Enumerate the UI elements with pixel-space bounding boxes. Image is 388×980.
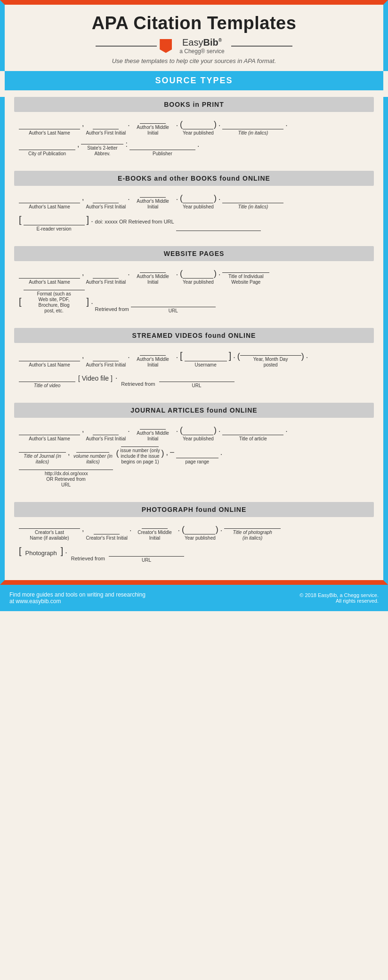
photo-line2: [ Photograph ] . Retrieved from URL (19, 546, 369, 563)
web-year: Year published (183, 278, 214, 285)
photo-middle-line (142, 528, 168, 529)
web-last-line (19, 278, 80, 279)
ebook-ereader: E-reader version (24, 225, 85, 232)
photo-middle-label: Creator's Middle Initial (134, 530, 176, 541)
ebook-bracket-close: ] (87, 215, 89, 232)
web-middle-line (140, 272, 166, 273)
jour-article-title-line (222, 435, 283, 435)
year-line (183, 129, 213, 129)
web-format-line (24, 290, 85, 290)
photo-title: Title of photograph (in italics) (224, 528, 281, 541)
ebook-last-line (19, 203, 80, 203)
jour-period1: . (128, 426, 129, 442)
publisher-field: Publisher (129, 150, 195, 157)
period1: . (128, 120, 129, 136)
ebooks-line2: [ E-reader version ] . doi: xxxxx OR Ret… (19, 215, 369, 232)
ebook-title: Title (in italics) (222, 203, 283, 210)
ebook-year-paren: ( Year published ) (180, 193, 217, 210)
vid-last: Author's Last Name (19, 361, 80, 368)
photo-period4: . (65, 547, 67, 563)
jour-volume: volume number (in italics) (72, 452, 114, 465)
vid-url-label: URL (192, 383, 201, 389)
state-field: State's 2-letter Abbrev. (81, 144, 123, 157)
jour-pages-label: page range (186, 459, 210, 465)
easybib-icon (160, 39, 172, 53)
photo-period1: . (129, 525, 131, 541)
middle-initial-line (140, 123, 166, 124)
ebook-period4: . (91, 216, 93, 232)
section-books-print: BOOKS in PRINT (14, 97, 374, 112)
first-initial-line (93, 129, 119, 129)
photo-url-label: URL (142, 558, 151, 563)
books-print-line2: City of Publication , State's 2-letter A… (19, 141, 369, 157)
section-website-title: WEBSITE PAGES (164, 250, 225, 257)
ebook-doi-line (176, 231, 261, 231)
ebook-last-label: Author's Last Name (29, 204, 70, 210)
vid-middle: Author's Middle Initial (132, 355, 174, 368)
jour-comma1: , (82, 426, 84, 442)
jour-issue: issue number (only include if the issue … (119, 446, 161, 465)
city-label: City of Publication (28, 151, 66, 157)
vid-title: Title of video (19, 382, 75, 389)
videos-line1: Author's Last Name , Author's First Init… (19, 351, 369, 368)
vid-videofile-bracket-open: [ Video file ] (78, 374, 113, 389)
web-close-paren: ) (214, 269, 217, 285)
ebook-first-line (93, 203, 119, 203)
web-format: Format (such as Web site, PDF, Brochure,… (24, 290, 85, 314)
photo-bracket-close: ] (61, 546, 64, 563)
photo-year-paren: ( Year published ) (182, 525, 218, 541)
photo-period3: . (220, 525, 222, 541)
publisher-line (129, 150, 195, 150)
easybib-logo: EasyBib® a Chegg® service (33, 37, 355, 55)
title-field: Title (in italics) (222, 129, 283, 136)
jour-journal-title: Title of Journal (in italics) (19, 452, 66, 465)
ebook-close-paren: ) (214, 193, 217, 210)
web-last-label: Author's Last Name (29, 279, 70, 285)
middle-initial-field: Author's Middle Initial (132, 123, 174, 136)
vid-comma1: , (82, 352, 84, 368)
vid-username: Username (185, 361, 227, 368)
footer: Find more guides and tools on writing an… (0, 585, 388, 611)
ebook-year-line (183, 203, 213, 203)
web-url-label: URL (169, 308, 178, 314)
web-first-label: Author's First Initial (86, 279, 126, 285)
web-retrieved-label: Retrieved from (95, 306, 129, 314)
section-ebooks-title: E-BOOKS and other BOOKS found ONLINE (118, 175, 270, 182)
middle-initial-label: Author's Middle Initial (132, 125, 174, 136)
logo-line-left (96, 46, 157, 47)
vid-yearmonth-line (240, 355, 301, 356)
section-books-print-title: BOOKS in PRINT (164, 101, 224, 108)
vid-period5: . (115, 373, 117, 389)
footer-right: © 2018 EasyBib, a Chegg service.All righ… (299, 592, 379, 604)
easybib-name: EasyBib® (182, 37, 222, 48)
vid-url-line (159, 382, 234, 382)
web-year-paren: ( Year published ) (180, 269, 217, 285)
jour-middle-line (140, 429, 166, 430)
ebook-middle-label: Author's Middle Initial (132, 199, 174, 210)
web-bracket-close: ] (87, 296, 89, 314)
first-initial-field: Author's First Initial (86, 129, 126, 136)
source-types-banner: SOURCE TYPES (5, 71, 383, 90)
jour-comma2: , (68, 449, 70, 465)
jour-issue-close: ) (161, 448, 164, 465)
vid-title-label: Title of video (34, 383, 61, 389)
ebook-title-label: Title (in italics) (238, 204, 268, 210)
ebook-period1: . (128, 194, 129, 210)
first-initial-label: Author's First Initial (86, 130, 126, 136)
photo-url-line (109, 556, 184, 557)
last-name-line (19, 129, 80, 129)
photo-close-paren: ) (216, 525, 218, 541)
ebook-year: Year published (183, 203, 214, 210)
books-print-citation: Author's Last Name , Author's First Init… (14, 117, 374, 164)
vid-last-line (19, 361, 80, 361)
ebook-title-line (222, 203, 283, 203)
photo-period2: . (178, 525, 180, 541)
section-photo-title: PHOTOGRAPH found ONLINE (142, 506, 247, 513)
jour-http: http://dx.doi.org/xxxx OR Retrieved from… (19, 470, 113, 488)
vid-period2: . (176, 352, 178, 368)
title-label: Title (in italics) (238, 130, 268, 136)
photo-year-label: Year published (185, 535, 216, 541)
title-line (222, 129, 283, 129)
vid-period3: . (233, 352, 235, 368)
jour-comma3: , (166, 449, 168, 465)
